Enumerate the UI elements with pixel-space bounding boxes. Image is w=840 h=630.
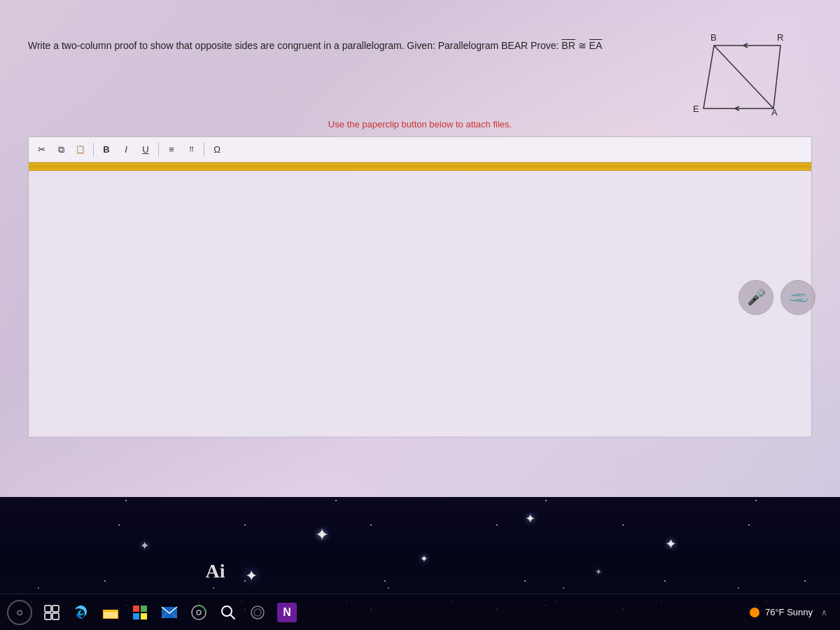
svg-rect-12 bbox=[45, 613, 51, 620]
svg-rect-19 bbox=[133, 613, 139, 620]
bold-button[interactable]: B bbox=[98, 141, 115, 158]
sparkle-5: ✦ bbox=[665, 536, 677, 552]
svg-point-29 bbox=[254, 609, 261, 616]
windows-store-button[interactable] bbox=[127, 600, 153, 625]
svg-text:E: E bbox=[693, 104, 699, 114]
editor-container: ✂ ⧉ 📋 B I U ≡ ⠿ Ω bbox=[28, 136, 812, 438]
svg-rect-11 bbox=[52, 606, 59, 612]
sparkle-3: ✦ bbox=[420, 553, 428, 564]
weather-widget: 76°F Sunny ∧ bbox=[744, 607, 833, 617]
question-label: Write a two-column proof to show that op… bbox=[28, 40, 602, 51]
svg-line-1 bbox=[714, 46, 774, 108]
start-button[interactable]: ○ bbox=[7, 600, 32, 625]
cortana-button[interactable] bbox=[245, 600, 270, 625]
sparkle-6: ✦ bbox=[595, 567, 602, 577]
instruction-label: Use the paperclip button below to attach… bbox=[328, 119, 512, 130]
toolbar-sep-2 bbox=[158, 143, 159, 157]
editor-toolbar: ✂ ⧉ 📋 B I U ≡ ⠿ Ω bbox=[29, 137, 811, 162]
edge-icon bbox=[73, 604, 90, 621]
paperclip-button[interactable]: 📎 bbox=[780, 280, 816, 315]
svg-rect-13 bbox=[52, 613, 59, 620]
underline-button[interactable]: U bbox=[137, 141, 154, 158]
chevron-up-icon: ∧ bbox=[821, 608, 827, 617]
ai-text: Ai bbox=[206, 560, 225, 582]
ai-badge: Ai bbox=[192, 553, 239, 589]
parallelogram-diagram: B R E A bbox=[686, 28, 798, 140]
notepad-icon: N bbox=[283, 606, 291, 619]
task-view-icon bbox=[44, 605, 59, 620]
start-icon: ○ bbox=[16, 606, 23, 619]
weather-text: 76°F Sunny bbox=[765, 607, 813, 617]
media-button[interactable] bbox=[186, 600, 211, 625]
svg-rect-17 bbox=[133, 606, 139, 612]
question-text: Write a two-column proof to show that op… bbox=[28, 38, 602, 53]
toolbar-sep-1 bbox=[93, 143, 94, 157]
unordered-list-button[interactable]: ⠿ bbox=[183, 141, 200, 158]
taskbar-bottom: ○ bbox=[0, 594, 840, 630]
sparkle-1: ✦ bbox=[315, 525, 329, 545]
weather-sun-icon bbox=[750, 608, 760, 617]
windows-store-icon bbox=[132, 605, 148, 620]
edge-button[interactable] bbox=[69, 600, 94, 625]
svg-text:B: B bbox=[710, 32, 717, 43]
svg-text:R: R bbox=[777, 32, 783, 43]
file-explorer-icon bbox=[102, 606, 119, 620]
cortana-icon bbox=[249, 604, 266, 621]
svg-point-25 bbox=[197, 610, 201, 615]
sparkle-2: ✦ bbox=[525, 511, 536, 526]
taskbar: ✦ ✦ ✦ ✦ ✦ ✦ ✦ Ai ○ bbox=[0, 497, 840, 630]
ordered-list-button[interactable]: ≡ bbox=[163, 141, 180, 158]
file-explorer-button[interactable] bbox=[98, 600, 123, 625]
search-icon bbox=[220, 604, 237, 621]
instruction-text: Use the paperclip button below to attach… bbox=[328, 119, 512, 130]
svg-rect-20 bbox=[141, 613, 147, 620]
cut-button[interactable]: ✂ bbox=[33, 141, 50, 158]
svg-rect-18 bbox=[141, 606, 147, 612]
main-content-area: Write a two-column proof to show that op… bbox=[0, 0, 840, 497]
svg-rect-16 bbox=[104, 612, 118, 618]
mail-button[interactable] bbox=[157, 600, 182, 625]
svg-rect-10 bbox=[45, 606, 51, 612]
editor-body[interactable] bbox=[29, 171, 811, 437]
search-button[interactable] bbox=[216, 600, 241, 625]
italic-button[interactable]: I bbox=[118, 141, 134, 158]
task-view-button[interactable] bbox=[39, 600, 64, 625]
svg-point-28 bbox=[251, 606, 264, 619]
mail-icon bbox=[161, 606, 178, 620]
diagram-container: B R E A bbox=[686, 28, 798, 140]
paste-button[interactable]: 📋 bbox=[72, 141, 89, 158]
paperclip-icon: 📎 bbox=[786, 286, 811, 310]
sparkle-7: ✦ bbox=[245, 567, 258, 585]
svg-marker-0 bbox=[704, 46, 780, 108]
sparkle-4: ✦ bbox=[140, 539, 149, 552]
toolbar-sep-3 bbox=[204, 143, 204, 157]
mic-icon: 🎤 bbox=[747, 288, 766, 307]
svg-text:A: A bbox=[771, 107, 778, 118]
mic-button[interactable]: 🎤 bbox=[738, 280, 774, 315]
special-chars-button[interactable]: Ω bbox=[209, 141, 225, 158]
golden-bar bbox=[29, 162, 811, 171]
media-icon bbox=[190, 604, 207, 621]
svg-line-27 bbox=[230, 615, 234, 619]
notepad-button[interactable]: N bbox=[274, 600, 300, 625]
copy-button[interactable]: ⧉ bbox=[52, 141, 69, 158]
